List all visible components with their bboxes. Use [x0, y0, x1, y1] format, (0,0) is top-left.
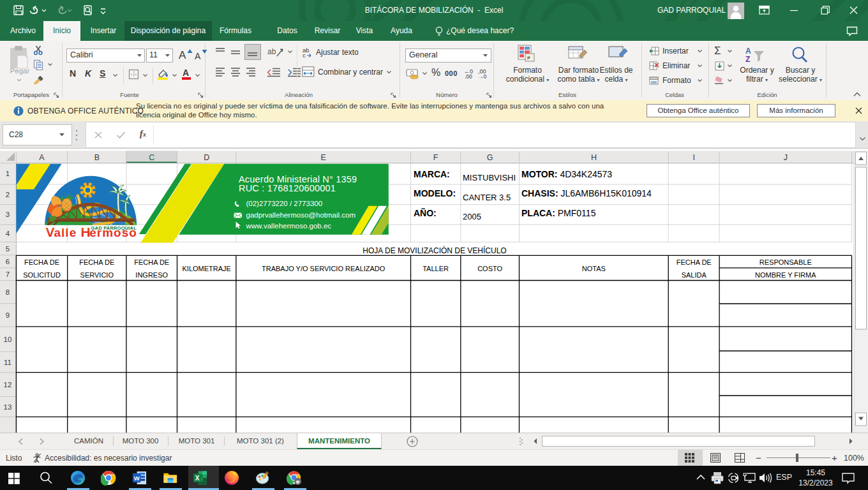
svg-text:4: 4	[6, 230, 10, 237]
svg-text:J: J	[784, 153, 788, 162]
svg-text:CANTER 3.5: CANTER 3.5	[463, 193, 511, 202]
svg-text:INGRESO: INGRESO	[135, 271, 168, 279]
svg-text:RESPONSABLE: RESPONSABLE	[760, 258, 812, 266]
svg-text:FECHA DE: FECHA DE	[677, 258, 712, 266]
svg-text:7: 7	[6, 271, 10, 278]
svg-text:MOTOR: 4D34K24573: MOTOR: 4D34K24573	[521, 169, 612, 179]
svg-text:FECHA DE: FECHA DE	[24, 258, 59, 266]
svg-text:RUC : 1768120600001: RUC : 1768120600001	[239, 183, 336, 193]
svg-text:MODELO:: MODELO:	[414, 188, 456, 198]
svg-text:Z: Z	[745, 55, 750, 64]
svg-text:B: B	[94, 153, 100, 162]
svg-text:gadprvallehermoso@hotmail.com: gadprvallehermoso@hotmail.com	[246, 211, 355, 219]
svg-text:10: 10	[4, 336, 12, 343]
svg-text:TALLER: TALLER	[423, 265, 449, 272]
svg-text:SOLICITUD: SOLICITUD	[23, 271, 61, 279]
svg-text:11: 11	[4, 359, 11, 366]
svg-text:www.vallehermoso.gob.ec: www.vallehermoso.gob.ec	[246, 222, 332, 230]
svg-text:,00: ,00	[465, 73, 472, 79]
svg-text:F: F	[433, 153, 438, 162]
svg-text:2005: 2005	[463, 212, 481, 221]
svg-text:(02)2773220 / 2773300: (02)2773220 / 2773300	[246, 200, 323, 207]
svg-text:8: 8	[6, 288, 10, 296]
svg-text:6: 6	[6, 258, 10, 265]
svg-text:c: c	[303, 52, 306, 58]
svg-text:2: 2	[6, 191, 10, 198]
svg-text:C: C	[149, 153, 154, 162]
svg-text:FECHA DE: FECHA DE	[134, 258, 169, 266]
svg-text:E: E	[321, 153, 326, 162]
svg-text:A: A	[745, 47, 751, 56]
svg-text:W: W	[134, 475, 140, 482]
svg-text:NOMBRE Y FIRMA: NOMBRE Y FIRMA	[755, 271, 816, 279]
svg-text:ab: ab	[267, 47, 276, 56]
svg-text:TRABAJO Y/O SERVICIO REALIZADO: TRABAJO Y/O SERVICIO REALIZADO	[262, 265, 385, 272]
svg-text:X: X	[195, 475, 200, 482]
svg-text:AÑO:: AÑO:	[414, 207, 437, 218]
svg-text:9: 9	[6, 311, 10, 319]
svg-text:12: 12	[4, 381, 12, 389]
svg-text:NOTAS: NOTAS	[582, 265, 606, 272]
svg-text:D: D	[204, 153, 209, 162]
svg-text:PLACA: PMF0115: PLACA: PMF0115	[521, 208, 596, 218]
svg-text:A: A	[39, 153, 45, 162]
svg-text:G: G	[487, 153, 493, 162]
svg-text:SERVICIO: SERVICIO	[80, 271, 114, 279]
svg-text:COSTO: COSTO	[477, 265, 502, 272]
svg-text:FECHA DE: FECHA DE	[79, 258, 114, 266]
svg-text:CHASIS: JL6AMB6H15K010914: CHASIS: JL6AMB6H15K010914	[521, 188, 652, 198]
svg-text:H: H	[591, 153, 597, 162]
svg-text:HOJA DE MOVILIZACIÓN DE VEHÍCU: HOJA DE MOVILIZACIÓN DE VEHÍCULO	[363, 246, 506, 255]
svg-text:I: I	[692, 153, 694, 162]
svg-text:MISTUBVISHI: MISTUBVISHI	[463, 173, 516, 182]
svg-text:≠: ≠	[527, 54, 531, 61]
svg-text:13: 13	[4, 403, 12, 411]
svg-text:GAD PARROQUIAL: GAD PARROQUIAL	[91, 225, 137, 231]
svg-text:3: 3	[6, 211, 10, 218]
svg-text:SALIDA: SALIDA	[682, 271, 707, 279]
svg-text:KILOMETRAJE: KILOMETRAJE	[182, 265, 230, 272]
svg-text:MARCA:: MARCA:	[414, 169, 450, 179]
svg-text:→0: →0	[478, 73, 487, 79]
svg-text:1: 1	[6, 170, 10, 177]
svg-text:5: 5	[6, 245, 10, 253]
